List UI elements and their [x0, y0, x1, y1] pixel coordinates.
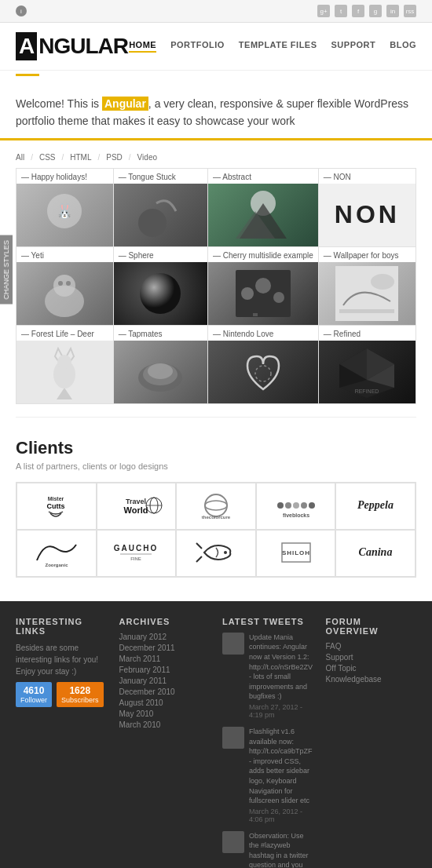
forum-support[interactable]: Support	[326, 653, 417, 662]
logo[interactable]: ANGULAR	[16, 32, 128, 60]
client-zoorganic[interactable]: Zoorganic	[16, 530, 97, 577]
grid-item-happy-holidays[interactable]: — Happy holidays! 🐰	[16, 168, 114, 246]
footer-col-title: INTERESTING LINKS	[16, 617, 107, 636]
item-label: — Tapmates	[114, 326, 207, 341]
svg-point-8	[58, 281, 63, 286]
archive-dec2010[interactable]: December 2010	[119, 687, 211, 696]
svg-point-38	[205, 501, 227, 510]
main-nav: HOME PORTFOLIO TEMPLATE FILES SUPPORT BL…	[129, 40, 416, 53]
item-label: — Cherry multislide example	[208, 247, 318, 262]
svg-point-42	[293, 502, 299, 509]
svg-point-14	[273, 292, 284, 303]
footer-col-archives: ARCHIVES January 2012 December 2011 Marc…	[119, 617, 211, 868]
item-label: — Nintendo Love	[208, 326, 318, 341]
client-mister-cutts[interactable]: Mister Cutts	[16, 483, 97, 530]
forum-knowledgebase[interactable]: Knowledgebase	[326, 675, 417, 684]
welcome-text: Welcome! This is Angular, a very clean, …	[16, 95, 416, 130]
forum-off-topic[interactable]: Off Topic	[326, 664, 417, 673]
svg-point-44	[309, 502, 315, 509]
rss-icon[interactable]: rss	[404, 5, 416, 17]
item-thumb: NON	[319, 184, 416, 246]
twitter-stat[interactable]: 4610 Follower	[16, 682, 52, 707]
client-peppela[interactable]: Peppela	[335, 483, 416, 530]
filter-video[interactable]: Video	[137, 153, 157, 162]
client-canina[interactable]: Canina	[335, 530, 416, 577]
archive-feb2011[interactable]: February 2011	[119, 666, 211, 674]
grid-item-tongue-stuck[interactable]: — Tongue Stuck	[113, 168, 207, 246]
social-icons: g+ t f g in rss	[317, 5, 416, 17]
client-logo: GAUCHO FINE	[112, 537, 159, 570]
grid-item-sphere[interactable]: — Sphere	[113, 246, 207, 325]
footer-col-tweets: LATEST TWEETS Update Mania continues: An…	[222, 617, 313, 868]
item-label: — NON	[319, 169, 416, 184]
client-gaucho[interactable]: GAUCHO FINE	[97, 530, 177, 577]
client-travelworld[interactable]: Travel World	[97, 483, 177, 530]
grid-item-cherry[interactable]: — Cherry multislide example	[208, 246, 319, 325]
svg-point-43	[301, 502, 307, 509]
svg-text:fiveblocks: fiveblocks	[282, 512, 309, 518]
grid-item-nintendo[interactable]: — Nintendo Love	[208, 325, 319, 403]
client-colorcure[interactable]: thecolorcure	[176, 483, 256, 530]
item-label: — Tongue Stuck	[114, 169, 207, 184]
item-thumb	[114, 341, 207, 403]
grid-item-abstract[interactable]: — Abstract	[208, 168, 319, 246]
archive-dec2011[interactable]: December 2011	[119, 644, 211, 652]
forum-faq[interactable]: FAQ	[326, 642, 417, 651]
archive-jan2012[interactable]: January 2012	[119, 633, 211, 641]
rss-stat[interactable]: 1628 Subscribers	[57, 682, 104, 707]
item-label: — Abstract	[208, 169, 318, 184]
twitter-icon[interactable]: t	[335, 5, 347, 17]
nav-template-files[interactable]: TEMPLATE FILES	[239, 40, 317, 53]
archive-aug2010[interactable]: August 2010	[119, 698, 211, 707]
nav-support[interactable]: SUPPORT	[331, 40, 376, 53]
client-shiloh[interactable]: SHILOH	[256, 530, 336, 577]
grid-item-wallpaper[interactable]: — Wallpaper for boys	[318, 246, 416, 325]
svg-point-17	[371, 274, 394, 290]
archive-jan2011[interactable]: January 2011	[119, 677, 211, 685]
grid-item-refined[interactable]: — Refined REFINED	[318, 325, 416, 403]
social-stats: 4610 Follower 1628 Subscribers	[16, 682, 107, 707]
grid-item-non[interactable]: — NON NON	[318, 168, 416, 246]
logo-text: NGULAR	[38, 34, 128, 59]
client-fish[interactable]	[176, 530, 256, 577]
client-logo: Zoorganic	[33, 537, 80, 570]
linkedin-icon[interactable]: in	[386, 5, 399, 17]
svg-point-37	[205, 494, 227, 516]
logo-square: A	[16, 32, 37, 60]
archive-mar2011[interactable]: March 2011	[119, 655, 211, 663]
rss-count: 1628	[69, 685, 90, 696]
footer-col-title: LATEST TWEETS	[222, 617, 313, 626]
item-label: — Sphere	[114, 247, 207, 262]
archive-may2010[interactable]: May 2010	[119, 709, 211, 718]
svg-text:SHILOH: SHILOH	[281, 549, 309, 556]
tweet-avatar	[222, 831, 244, 853]
change-styles-tab[interactable]: CHANGE STYLES	[0, 235, 13, 305]
facebook-icon[interactable]: f	[352, 5, 364, 17]
portfolio-table: — Happy holidays! 🐰 — Tongue Stuck	[16, 168, 416, 404]
svg-point-10	[140, 273, 181, 314]
client-fiveblocks[interactable]: fiveblocks	[256, 483, 336, 530]
clients-grid: Mister Cutts Travel World	[16, 482, 416, 578]
google-icon[interactable]: g	[369, 5, 382, 17]
grid-item-tapmates[interactable]: — Tapmates	[113, 325, 207, 403]
svg-point-19	[57, 355, 71, 369]
footer-col-forum: FORUM OVERVIEW FAQ Support Off Topic Kno…	[326, 617, 417, 868]
tweet-date: March 26, 2012 - 4:06 pm	[249, 808, 313, 823]
filter-psd[interactable]: PSD	[106, 153, 123, 162]
filter-css[interactable]: CSS	[39, 153, 56, 162]
filter-bar: All / CSS / HTML / PSD / Video	[0, 150, 432, 168]
grid-item-forest-deer[interactable]: — Forest Life – Deer	[16, 325, 114, 403]
grid-item-yeti[interactable]: — Yeti	[16, 246, 114, 325]
client-logo: fiveblocks	[269, 490, 324, 523]
filter-html[interactable]: HTML	[70, 153, 91, 162]
nav-home[interactable]: HOME	[129, 40, 156, 53]
archive-mar2010[interactable]: March 2010	[119, 720, 211, 729]
nav-blog[interactable]: BLOG	[390, 40, 416, 53]
footer-col-title: ARCHIVES	[119, 617, 211, 626]
filter-all[interactable]: All	[16, 153, 24, 162]
grid-row: — Yeti — Sphere	[16, 246, 416, 325]
info-icon: i	[16, 5, 27, 16]
google-plus-icon[interactable]: g+	[317, 5, 330, 17]
svg-point-2	[138, 209, 167, 237]
nav-portfolio[interactable]: PORTFOLIO	[170, 40, 225, 53]
